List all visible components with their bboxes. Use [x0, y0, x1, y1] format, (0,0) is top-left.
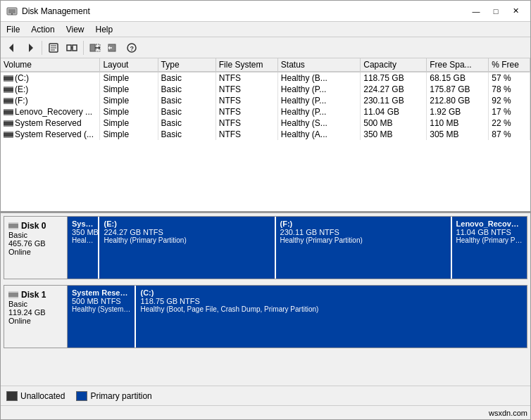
help-button[interactable]: ?	[123, 39, 140, 56]
volume-icon	[4, 75, 13, 82]
cell-layout: Simple	[100, 129, 158, 140]
forward-button[interactable]	[22, 39, 39, 56]
legend-unallocated: Unallocated	[6, 391, 65, 401]
cell-volume: Lenovo_Recovery ...	[1, 106, 100, 117]
volume-table-area[interactable]: Volume Layout Type File System Status Ca…	[1, 58, 530, 213]
svg-rect-1	[8, 9, 15, 13]
maximize-button[interactable]: □	[487, 4, 505, 18]
disk-status-1: Online	[8, 317, 63, 325]
volume-icon	[4, 98, 13, 104]
col-header-type[interactable]: Type	[158, 58, 215, 72]
disk-row-1: Disk 1 Basic 119.24 GB Online System Res…	[4, 285, 527, 348]
back-button[interactable]	[4, 39, 20, 56]
col-header-layout[interactable]: Layout	[100, 58, 158, 72]
partition-0-2[interactable]: (F:) 230.11 GB NTFS Healthy (Primary Par…	[276, 217, 452, 279]
table-row[interactable]: Lenovo_Recovery ... Simple Basic NTFS He…	[1, 106, 530, 117]
col-header-volume[interactable]: Volume	[1, 58, 100, 72]
partition-status-0-1: Healthy (Primary Partition)	[104, 236, 270, 244]
cell-capacity: 500 MB	[361, 117, 427, 129]
col-header-capacity[interactable]: Capacity	[361, 58, 427, 72]
cell-type: Basic	[158, 72, 215, 84]
cell-freespace: 175.87 GB	[427, 84, 489, 95]
disk-drive-icon-0	[8, 222, 18, 229]
legend-primary: Primary partition	[76, 391, 151, 401]
table-row[interactable]: (E:) Simple Basic NTFS Healthy (P... 224…	[1, 84, 530, 95]
cell-status: Healthy (P...	[277, 95, 360, 106]
partition-1-0[interactable]: System Reserved 500 MB NTFS Healthy (Sys…	[68, 286, 136, 348]
volume-icon	[4, 87, 13, 93]
svg-rect-12	[90, 44, 95, 51]
disk-type-1: Basic	[8, 300, 63, 308]
properties-button[interactable]	[45, 39, 62, 56]
partition-status-0-0: Healthy (Activ	[72, 236, 94, 244]
col-header-freespace[interactable]: Free Spa...	[427, 58, 489, 72]
menu-file[interactable]: File	[1, 23, 25, 36]
cell-layout: Simple	[100, 72, 158, 84]
col-header-freepct[interactable]: % Free	[489, 58, 530, 72]
partition-status-1-1: Healthy (Boot, Page File, Crash Dump, Pr…	[140, 305, 523, 313]
cell-capacity: 350 MB	[361, 129, 427, 140]
legend-bar: Unallocated Primary partition	[1, 386, 530, 405]
title-bar: Disk Management — □ ✕	[1, 1, 530, 22]
partition-size-0-2: 230.11 GB NTFS	[280, 228, 446, 236]
resize-button[interactable]	[63, 39, 80, 56]
disk-management-window: Disk Management — □ ✕ File Action View H…	[0, 0, 531, 420]
properties-icon	[48, 42, 59, 53]
cell-freepct: 87 %	[489, 129, 530, 140]
cell-layout: Simple	[100, 95, 158, 106]
cell-volume: System Reserved	[1, 117, 100, 129]
volume-icon	[4, 132, 13, 138]
table-row[interactable]: System Reserved (... Simple Basic NTFS H…	[1, 129, 530, 140]
cell-capacity: 118.75 GB	[361, 72, 427, 84]
volume-icon	[4, 120, 13, 127]
table-row[interactable]: (F:) Simple Basic NTFS Healthy (P... 230…	[1, 95, 530, 106]
table-row[interactable]: System Reserved Simple Basic NTFS Health…	[1, 117, 530, 129]
menu-bar: File Action View Help	[1, 22, 530, 37]
cell-layout: Simple	[100, 106, 158, 117]
disk-row-0: Disk 0 Basic 465.76 GB Online System Res…	[4, 216, 527, 279]
toolbar: ?	[1, 37, 530, 58]
partition-1-1[interactable]: (C:) 118.75 GB NTFS Healthy (Boot, Page …	[136, 286, 527, 348]
cell-filesystem: NTFS	[215, 95, 277, 106]
disk-label-0: Disk 0 Basic 465.76 GB Online	[4, 217, 68, 279]
partition-status-1-0: Healthy (System, Active, Primary P	[72, 305, 130, 313]
table-row[interactable]: (C:) Simple Basic NTFS Healthy (B... 118…	[1, 72, 530, 84]
col-header-filesystem[interactable]: File System	[215, 58, 277, 72]
close-button[interactable]: ✕	[506, 4, 525, 18]
cell-freepct: 17 %	[489, 106, 530, 117]
menu-action[interactable]: Action	[25, 23, 60, 36]
window-title: Disk Management	[22, 6, 90, 16]
svg-rect-10	[73, 45, 77, 51]
col-header-status[interactable]: Status	[277, 58, 360, 72]
disk-area[interactable]: Disk 0 Basic 465.76 GB Online System Res…	[1, 213, 530, 386]
cell-freespace: 110 MB	[427, 117, 489, 129]
cell-type: Basic	[158, 129, 215, 140]
cell-freepct: 92 %	[489, 95, 530, 106]
main-content: Volume Layout Type File System Status Ca…	[1, 58, 530, 386]
disk-label-1: Disk 1 Basic 119.24 GB Online	[4, 286, 68, 348]
shrink-button[interactable]	[105, 39, 122, 56]
partition-0-0[interactable]: System Reser 350 MB NTFS Healthy (Activ	[68, 217, 99, 279]
extend-button[interactable]	[87, 39, 104, 56]
forward-icon	[25, 42, 36, 53]
cell-type: Basic	[158, 117, 215, 129]
cell-filesystem: NTFS	[215, 84, 277, 95]
cell-status: Healthy (P...	[277, 106, 360, 117]
legend-primary-label: Primary partition	[90, 391, 151, 401]
menu-view[interactable]: View	[61, 23, 90, 36]
disk-name-0: Disk 0	[8, 221, 63, 231]
menu-help[interactable]: Help	[90, 23, 119, 36]
status-text: wsxdn.com	[489, 409, 527, 417]
app-icon	[6, 6, 18, 17]
partition-0-3[interactable]: Lenovo_Recovery (G:) 11.04 GB NTFS Healt…	[452, 217, 527, 279]
back-icon	[6, 42, 18, 53]
title-bar-left: Disk Management	[6, 6, 90, 17]
cell-filesystem: NTFS	[215, 129, 277, 140]
disk-size-1: 119.24 GB	[8, 308, 63, 317]
cell-volume: System Reserved (...	[1, 129, 100, 140]
minimize-button[interactable]: —	[467, 4, 485, 18]
partition-status-0-2: Healthy (Primary Partition)	[280, 236, 446, 244]
partition-name-0-0: System Reser	[72, 219, 94, 228]
svg-marker-4	[29, 44, 33, 52]
partition-0-1[interactable]: (E:) 224.27 GB NTFS Healthy (Primary Par…	[99, 217, 275, 279]
